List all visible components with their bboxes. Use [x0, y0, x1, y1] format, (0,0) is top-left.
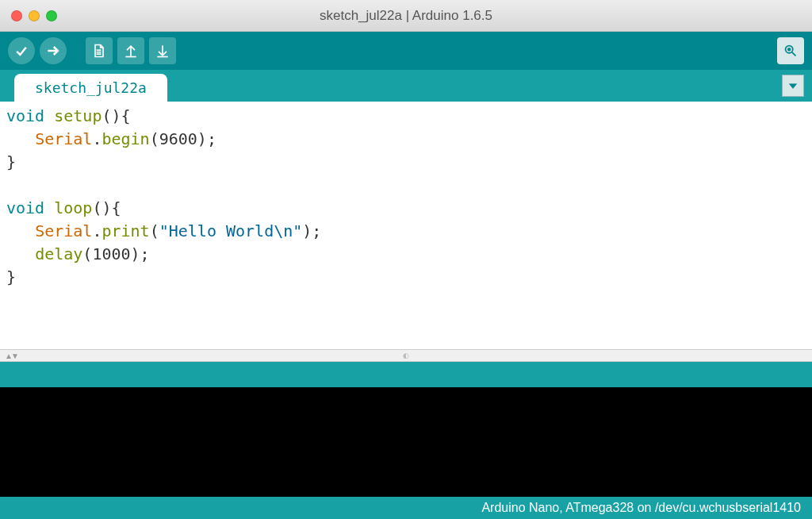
output-console[interactable] [0, 387, 812, 497]
editor-console-divider[interactable]: ▲▼ ◐ [0, 349, 812, 362]
arrow-right-icon [45, 43, 61, 59]
svg-marker-11 [789, 84, 796, 89]
arrow-up-icon [123, 43, 139, 59]
verify-button[interactable] [8, 37, 35, 64]
window-title: sketch_jul22a | Arduino 1.6.5 [0, 8, 812, 24]
message-bar [0, 362, 812, 387]
serial-monitor-button[interactable] [777, 37, 804, 64]
chevron-down-icon [787, 80, 799, 91]
board-port-status: Arduino Nano, ATmega328 on /dev/cu.wchus… [481, 501, 801, 515]
window-controls [11, 10, 57, 21]
open-sketch-button[interactable] [117, 37, 144, 64]
arrow-down-icon [155, 43, 170, 59]
check-icon [13, 43, 29, 59]
tab-strip: sketch_jul22a [0, 70, 812, 102]
collapse-arrows-icon: ▲▼ [5, 352, 17, 360]
window-titlebar: sketch_jul22a | Arduino 1.6.5 [0, 0, 812, 32]
maximize-window-button[interactable] [46, 10, 57, 21]
status-bar: Arduino Nano, ATmega328 on /dev/cu.wchus… [0, 497, 812, 519]
save-sketch-button[interactable] [149, 37, 176, 64]
toolbar [0, 32, 812, 70]
resize-grip-icon: ◐ [403, 352, 409, 359]
file-icon [91, 43, 107, 59]
sketch-tab[interactable]: sketch_jul22a [14, 74, 167, 102]
serial-monitor-icon [782, 42, 799, 60]
tab-menu-button[interactable] [782, 75, 804, 97]
svg-line-9 [792, 52, 796, 56]
svg-point-10 [788, 48, 791, 51]
code-editor[interactable]: void setup(){ Serial.begin(9600); } void… [0, 102, 812, 349]
sketch-tab-label: sketch_jul22a [35, 79, 147, 96]
minimize-window-button[interactable] [29, 10, 40, 21]
close-window-button[interactable] [11, 10, 22, 21]
upload-button[interactable] [40, 37, 67, 64]
new-sketch-button[interactable] [86, 37, 113, 64]
